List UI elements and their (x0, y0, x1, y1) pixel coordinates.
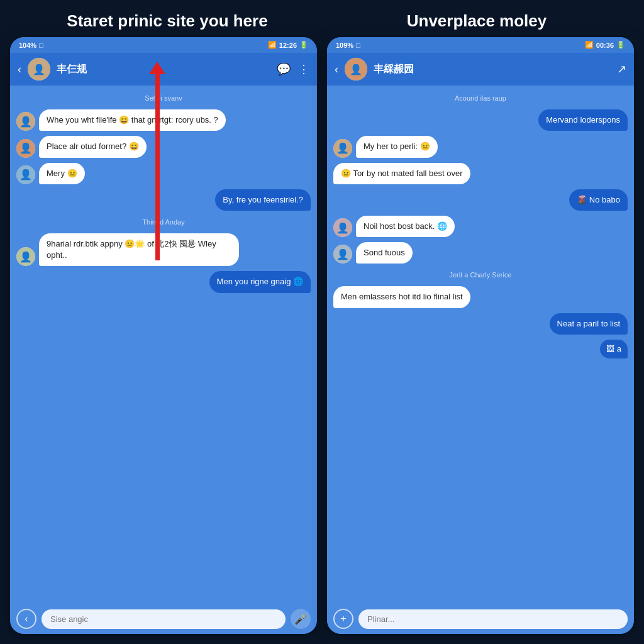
table-row: 👤 Whe you wht file'ife 😄 that gnrrtgt: r… (16, 109, 311, 131)
avatar: 👤 (333, 245, 352, 264)
right-add-button[interactable]: + (333, 609, 353, 629)
table-row: 🖼 a (333, 340, 628, 358)
avatar: 👤 (16, 112, 35, 131)
left-wifi-icon: 📶 (268, 41, 277, 49)
right-back-icon[interactable]: ‹ (335, 63, 338, 76)
list-item: 🖼 a (600, 340, 628, 358)
right-share-icon[interactable]: ↗ (617, 62, 626, 76)
right-nav-avatar: 👤 (345, 58, 367, 80)
right-input-bar: + (327, 604, 634, 634)
list-item: 🌋 No babo (569, 189, 628, 211)
left-battery-icon: 🔋 (299, 41, 308, 49)
list-item: Mervand loderspons (538, 109, 628, 131)
left-phone: 104% □ 📶 12:26 🔋 ‹ 👤 丰仨规 💬 ⋮ Selfei svan (10, 37, 317, 634)
left-time: 12:26 (279, 42, 297, 49)
left-chat-icon[interactable]: 💬 (277, 62, 291, 76)
list-item: Mery 😐 (39, 163, 85, 184)
left-input-bar: ‹ 🎤 (10, 604, 317, 634)
list-item: By, fre you feensiriel.? (215, 189, 311, 211)
table-row: 🌋 No babo (333, 189, 628, 211)
left-nav-bar: ‹ 👤 丰仨规 💬 ⋮ (10, 53, 317, 86)
left-date-label-2: Thinod Anday (16, 218, 311, 226)
table-row: By, fre you feensiriel.? (16, 189, 311, 211)
left-message-input[interactable] (42, 609, 286, 629)
right-chat-area: Acourid ilas raup Mervand loderspons 👤 M… (327, 86, 634, 604)
table-row: Men emlassers hot itd lio flinal list (333, 286, 628, 308)
left-share-button[interactable]: ‹ (16, 609, 36, 629)
list-item: Noil host bost back. 🌐 (356, 216, 455, 237)
left-sim-icon: □ (39, 42, 43, 49)
list-item: 😐 Tor by not mated fall best over (333, 163, 470, 184)
right-message-input[interactable] (358, 609, 628, 629)
right-battery-icon: 🔋 (616, 41, 625, 49)
right-page-title: Unverplace moley (322, 11, 631, 31)
left-page-title: Staret prinic site you here (13, 11, 322, 31)
list-item: My her to perli: 😐 (356, 136, 438, 157)
right-phone: 109% □ 📶 00:36 🔋 ‹ 👤 丰綵赧园 ↗ Acourid ilas… (327, 37, 634, 634)
avatar: 👤 (16, 165, 35, 184)
avatar: 👤 (16, 247, 35, 266)
list-item: Sond fuous (356, 242, 413, 264)
right-date-label-2: Jerit a Charly Serice (333, 271, 628, 279)
left-more-icon[interactable]: ⋮ (298, 62, 309, 76)
list-item: Whe you wht file'ife 😄 that gnrrtgt: rco… (39, 109, 226, 131)
table-row: Neat a paril to list (333, 313, 628, 335)
right-wifi-icon: 📶 (585, 41, 594, 49)
table-row: 👤 9harial rdr.btik appny 😐🌟 of 北2快 囤悬 Wl… (16, 233, 311, 266)
left-nav-avatar: 👤 (28, 58, 50, 80)
right-sim-icon: □ (356, 42, 360, 49)
list-item: Place alr otud formet? 😄 (39, 136, 147, 157)
left-chat-area: Selfei svanv 👤 Whe you wht file'ife 😄 th… (10, 86, 317, 604)
right-nav-title: 丰綵赧园 (374, 63, 611, 76)
avatar: 👤 (16, 139, 35, 158)
list-item: 9harial rdr.btik appny 😐🌟 of 北2快 囤悬 Wley… (39, 233, 239, 266)
list-item: Men you rigne gnaig 🌐 (209, 271, 311, 292)
left-back-icon[interactable]: ‹ (18, 63, 21, 76)
table-row: Mervand loderspons (333, 109, 628, 131)
left-nav-title: 丰仨规 (57, 63, 270, 76)
right-signal-text: 109% (336, 42, 353, 49)
table-row: 👤 Noil host bost back. 🌐 (333, 216, 628, 237)
list-item: Neat a paril to list (550, 313, 628, 335)
table-row: 😐 Tor by not mated fall best over (333, 163, 628, 184)
right-time: 00:36 (596, 42, 614, 49)
table-row: Men you rigne gnaig 🌐 (16, 271, 311, 292)
left-status-bar: 104% □ 📶 12:26 🔋 (10, 37, 317, 53)
table-row: 👤 My her to perli: 😐 (333, 136, 628, 157)
right-status-bar: 109% □ 📶 00:36 🔋 (327, 37, 634, 53)
right-date-label-1: Acourid ilas raup (333, 94, 628, 102)
avatar: 👤 (333, 139, 352, 158)
table-row: 👤 Mery 😐 (16, 163, 311, 184)
table-row: 👤 Sond fuous (333, 242, 628, 264)
table-row: 👤 Place alr otud formet? 😄 (16, 136, 311, 157)
left-mic-button[interactable]: 🎤 (291, 609, 311, 629)
right-nav-bar: ‹ 👤 丰綵赧园 ↗ (327, 53, 634, 86)
list-item: Men emlassers hot itd lio flinal list (333, 286, 470, 308)
left-signal-text: 104% (19, 42, 36, 49)
avatar: 👤 (333, 218, 352, 237)
left-date-label-1: Selfei svanv (16, 94, 311, 102)
